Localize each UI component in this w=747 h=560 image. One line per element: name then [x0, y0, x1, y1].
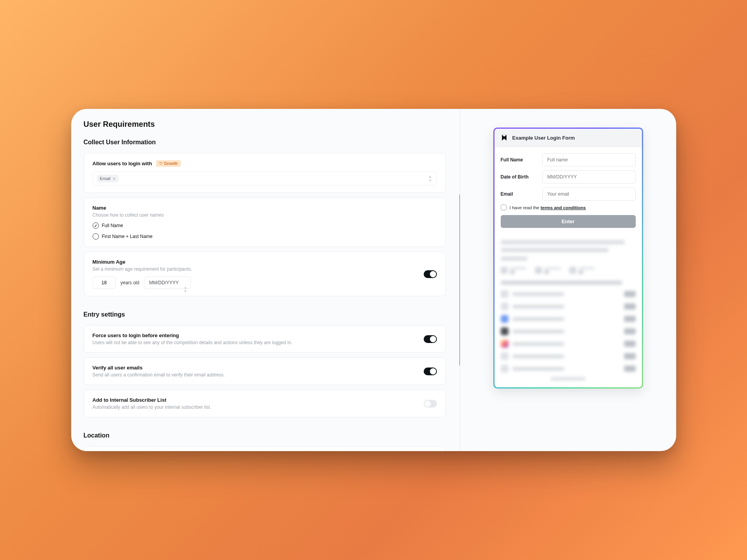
login-with-chip[interactable]: Email ✕: [97, 175, 119, 182]
force-login-toggle[interactable]: [424, 335, 437, 343]
card-force-login: Force users to login before entering Use…: [84, 325, 446, 353]
subscriber-desc: Automatically add all users to your inte…: [93, 404, 414, 410]
verify-email-desc: Send all users a confirmation email to v…: [93, 372, 414, 378]
force-login-label: Force users to login before entering: [93, 332, 414, 338]
card-min-age: Minimum Age Set a minimum age requiremen…: [84, 252, 446, 296]
full-name-input[interactable]: [542, 153, 636, 166]
age-desc: Set a minimum age requirement for partic…: [93, 266, 414, 272]
preview-blurred-content: [494, 235, 642, 387]
age-input[interactable]: [93, 276, 116, 289]
preview-form: Full Name Date of Birth Email I: [494, 147, 642, 235]
card-login-with: Allow users to login with Growth Email ✕…: [84, 153, 446, 193]
login-with-select[interactable]: Email ✕ ▴▾: [93, 172, 437, 186]
terms-link[interactable]: terms and conditions: [540, 205, 586, 210]
radio-checked-icon: [93, 222, 99, 229]
section-entry-title: Entry settings: [84, 311, 446, 318]
subscriber-toggle[interactable]: [424, 400, 437, 408]
dob-input[interactable]: [542, 170, 636, 184]
terms-checkbox[interactable]: [501, 205, 507, 210]
brand-logo-icon: [500, 133, 509, 142]
dob-label: Date of Birth: [501, 174, 538, 180]
age-toggle[interactable]: [424, 270, 437, 278]
remove-chip-icon[interactable]: ✕: [112, 177, 116, 181]
full-name-label: Full Name: [501, 157, 538, 163]
section-location-title: Location: [84, 432, 446, 439]
preview-title: Example User Login Form: [512, 135, 575, 141]
verify-email-label: Verify all user emails: [93, 365, 414, 371]
card-name: Name Choose how to collect user names Fu…: [84, 198, 446, 247]
subscriber-label: Add to Internal Subscriber List: [93, 397, 414, 403]
section-collect-title: Collect User Information: [84, 139, 446, 146]
years-label: years old: [121, 280, 140, 285]
radio-unchecked-icon: [93, 233, 99, 240]
age-label: Minimum Age: [93, 259, 414, 265]
chevron-updown-icon: ▴▾: [184, 285, 186, 293]
radio-full-name[interactable]: Full Name: [93, 222, 437, 229]
card-subscriber-list: Add to Internal Subscriber List Automati…: [84, 390, 446, 417]
login-with-label: Allow users to login with: [93, 161, 152, 166]
preview-frame: Example User Login Form Full Name Date o…: [493, 128, 643, 388]
enter-button[interactable]: Enter: [501, 215, 636, 228]
settings-pane: User Requirements Collect User Informati…: [71, 109, 460, 451]
page-title: User Requirements: [84, 120, 446, 129]
name-label: Name: [93, 205, 437, 211]
preview-header: Example User Login Form: [494, 129, 642, 147]
settings-window: User Requirements Collect User Informati…: [71, 109, 676, 451]
name-desc: Choose how to collect user names: [93, 212, 437, 218]
terms-row[interactable]: I have read the terms and conditions: [501, 205, 636, 210]
email-label: Email: [501, 191, 538, 197]
force-login-desc: Users will not be able to see any of the…: [93, 340, 414, 345]
date-format-select[interactable]: MM/DD/YYYY ▴▾: [144, 276, 191, 289]
verify-email-toggle[interactable]: [424, 368, 437, 375]
email-input[interactable]: [542, 187, 636, 201]
radio-first-last[interactable]: First Name + Last Name: [93, 233, 437, 240]
preview-pane: Example User Login Form Full Name Date o…: [460, 109, 676, 451]
chevron-updown-icon: ▴▾: [429, 175, 431, 182]
card-verify-email: Verify all user emails Send all users a …: [84, 357, 446, 385]
card-restrict-countries: Restrict user entries to a specific coun…: [84, 446, 446, 451]
growth-badge: Growth: [156, 160, 181, 167]
